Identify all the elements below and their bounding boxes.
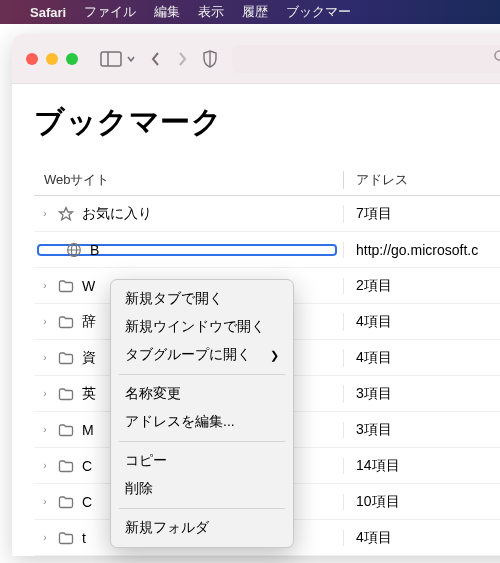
- disclosure-icon[interactable]: ›: [40, 460, 50, 471]
- bookmark-address: http://go.microsoft.c: [344, 242, 500, 258]
- table-header: Webサイト アドレス: [34, 165, 500, 196]
- bookmark-label: C: [82, 458, 92, 474]
- address-search-field[interactable]: [232, 45, 500, 73]
- disclosure-icon[interactable]: ›: [40, 424, 50, 435]
- back-button[interactable]: [150, 50, 162, 68]
- folder-icon: [58, 351, 74, 365]
- chevron-down-icon: [126, 51, 136, 67]
- disclosure-icon[interactable]: ›: [40, 316, 50, 327]
- menu-view[interactable]: 表示: [198, 3, 224, 21]
- folder-icon: [58, 495, 74, 509]
- menu-separator: [119, 374, 285, 375]
- menu-item-label: アドレスを編集...: [125, 413, 235, 431]
- menu-item-label: 新規フォルダ: [125, 519, 209, 537]
- bookmark-address: 7項目: [344, 205, 500, 223]
- column-website[interactable]: Webサイト: [34, 171, 344, 189]
- context-menu-item[interactable]: 削除: [111, 475, 293, 503]
- menu-item-label: 新規タブで開く: [125, 290, 223, 308]
- svg-rect-0: [101, 52, 121, 66]
- menu-file[interactable]: ファイル: [84, 3, 136, 21]
- column-address[interactable]: アドレス: [344, 171, 500, 189]
- menu-edit[interactable]: 編集: [154, 3, 180, 21]
- folder-icon: [58, 459, 74, 473]
- bookmark-address: 4項目: [344, 349, 500, 367]
- bookmark-label: 英: [82, 385, 96, 403]
- folder-icon: [58, 387, 74, 401]
- menu-item-label: 名称変更: [125, 385, 181, 403]
- zoom-window-button[interactable]: [66, 53, 78, 65]
- bookmark-label: t: [82, 530, 86, 546]
- menu-item-label: コピー: [125, 452, 167, 470]
- menu-separator: [119, 441, 285, 442]
- table-row[interactable]: ›お気に入り7項目: [34, 196, 500, 232]
- bookmark-address: 14項目: [344, 457, 500, 475]
- bookmark-label: B: [90, 242, 99, 258]
- chevron-right-icon: ❯: [270, 349, 279, 362]
- folder-icon: [58, 531, 74, 545]
- bookmark-address: 2項目: [344, 277, 500, 295]
- safari-toolbar: [12, 34, 500, 84]
- svg-point-3: [495, 51, 500, 60]
- bookmark-address: 4項目: [344, 529, 500, 547]
- context-menu-item[interactable]: 新規タブで開く: [111, 285, 293, 313]
- context-menu-item[interactable]: タブグループに開く❯: [111, 341, 293, 369]
- context-menu-item[interactable]: コピー: [111, 447, 293, 475]
- bookmark-label: C: [82, 494, 92, 510]
- bookmark-address: 3項目: [344, 421, 500, 439]
- disclosure-icon[interactable]: ›: [40, 496, 50, 507]
- svg-marker-5: [60, 207, 73, 219]
- bookmark-label: W: [82, 278, 95, 294]
- shield-icon[interactable]: [202, 50, 218, 68]
- context-menu-item[interactable]: 新規フォルダ: [111, 514, 293, 542]
- forward-button[interactable]: [176, 50, 188, 68]
- menu-item-label: タブグループに開く: [125, 346, 251, 364]
- table-row[interactable]: ›Bhttp://go.microsoft.c: [34, 232, 500, 268]
- page-title: ブックマーク: [34, 102, 500, 143]
- menu-bookmarks[interactable]: ブックマー: [286, 3, 351, 21]
- bookmark-label: お気に入り: [82, 205, 152, 223]
- folder-icon: [58, 315, 74, 329]
- disclosure-icon[interactable]: ›: [40, 352, 50, 363]
- menu-item-label: 新規ウインドウで開く: [125, 318, 265, 336]
- context-menu-item[interactable]: 名称変更: [111, 380, 293, 408]
- menu-history[interactable]: 履歴: [242, 3, 268, 21]
- sidebar-icon: [100, 51, 122, 67]
- bookmark-label: 資: [82, 349, 96, 367]
- minimize-window-button[interactable]: [46, 53, 58, 65]
- context-menu: 新規タブで開く新規ウインドウで開くタブグループに開く❯名称変更アドレスを編集..…: [110, 279, 294, 548]
- menu-item-label: 削除: [125, 480, 153, 498]
- app-name[interactable]: Safari: [30, 5, 66, 20]
- sidebar-toggle[interactable]: [100, 51, 136, 67]
- bookmark-address: 3項目: [344, 385, 500, 403]
- bookmark-address: 10項目: [344, 493, 500, 511]
- bookmark-label: 辞: [82, 313, 96, 331]
- bookmark-label: M: [82, 422, 94, 438]
- folder-icon: [58, 423, 74, 437]
- disclosure-icon[interactable]: ›: [40, 532, 50, 543]
- globe-icon: [66, 242, 82, 258]
- bookmark-address: 4項目: [344, 313, 500, 331]
- disclosure-icon[interactable]: ›: [40, 388, 50, 399]
- disclosure-icon[interactable]: ›: [40, 280, 50, 291]
- disclosure-icon[interactable]: ›: [40, 208, 50, 219]
- macos-menubar: Safari ファイル 編集 表示 履歴 ブックマー: [0, 0, 500, 24]
- star-icon: [58, 206, 74, 222]
- close-window-button[interactable]: [26, 53, 38, 65]
- search-icon: [493, 49, 500, 68]
- menu-separator: [119, 508, 285, 509]
- context-menu-item[interactable]: 新規ウインドウで開く: [111, 313, 293, 341]
- folder-icon: [58, 279, 74, 293]
- window-controls: [26, 53, 78, 65]
- context-menu-item[interactable]: アドレスを編集...: [111, 408, 293, 436]
